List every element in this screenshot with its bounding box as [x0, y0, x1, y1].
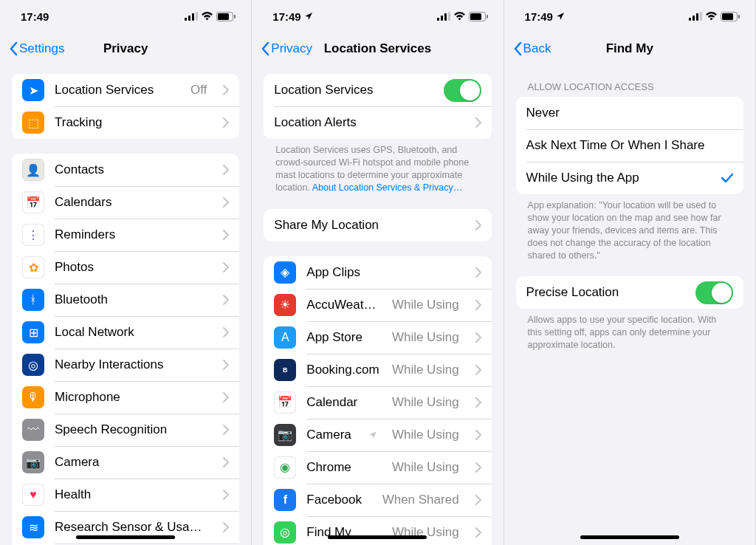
- option-row[interactable]: Never: [516, 97, 743, 129]
- row-value: While Using: [392, 330, 459, 345]
- back-button[interactable]: Settings: [6, 38, 67, 59]
- back-button[interactable]: Back: [510, 38, 554, 59]
- about-link[interactable]: About Location Services & Privacy…: [312, 182, 463, 193]
- chevron-right-icon: [223, 327, 229, 337]
- group-location-tracking: ➤ Location Services Off ⬚ Tracking: [12, 74, 239, 139]
- row-label: While Using the App: [526, 171, 711, 185]
- list-item[interactable]: ⬚ Tracking: [12, 106, 239, 139]
- chevron-right-icon: [475, 220, 481, 230]
- list-item[interactable]: ✿ Photos: [12, 251, 239, 284]
- row-label: Contacts: [55, 162, 207, 177]
- reminders-icon: ⋮: [22, 224, 44, 246]
- row-label: Location Services: [55, 83, 180, 97]
- svg-rect-3: [196, 12, 198, 21]
- scroll-content[interactable]: Location Services Location Alerts Locati…: [252, 65, 503, 545]
- toggle-location-services[interactable]: [444, 79, 481, 102]
- back-label: Privacy: [271, 41, 312, 56]
- list-item[interactable]: 👤 Contacts: [12, 154, 239, 186]
- chevron-right-icon: [223, 522, 229, 532]
- list-item[interactable]: ◈ App Clips: [264, 256, 491, 289]
- screen-privacy: 17:49 Settings Privacy ➤ Location Servic…: [0, 0, 252, 545]
- chevron-right-icon: [475, 527, 481, 538]
- section-header-allow: Allow Location Access: [516, 65, 743, 97]
- chevron-right-icon: [223, 295, 229, 305]
- list-item[interactable]: 🎙 Microphone: [12, 381, 239, 414]
- row-share-my-location[interactable]: Share My Location: [264, 209, 491, 241]
- home-indicator[interactable]: [580, 535, 679, 539]
- chevron-right-icon: [223, 117, 229, 128]
- list-item[interactable]: A App Store While Using: [264, 321, 491, 354]
- option-row[interactable]: While Using the App: [516, 162, 743, 194]
- list-item[interactable]: ➤ Location Services Off: [12, 74, 239, 106]
- status-time: 17:49: [525, 10, 553, 23]
- row-value: When Shared: [382, 493, 459, 507]
- chevron-right-icon: [475, 365, 481, 375]
- list-item[interactable]: ♥ Health: [12, 479, 239, 511]
- chevron-right-icon: [223, 425, 229, 435]
- option-row[interactable]: Ask Next Time Or When I Share: [516, 129, 743, 162]
- back-label: Settings: [19, 41, 64, 56]
- row-label: Booking.com: [306, 363, 382, 377]
- chevron-right-icon: [223, 262, 229, 272]
- list-item[interactable]: 📷 Camera While Using: [264, 419, 491, 451]
- list-item[interactable]: 〰 Speech Recognition: [12, 414, 239, 446]
- status-indicators: [689, 12, 740, 21]
- row-label: Camera: [55, 455, 207, 470]
- row-label: Share My Location: [274, 218, 458, 233]
- findmy-icon: ◎: [274, 521, 296, 544]
- row-value: Off: [190, 83, 207, 97]
- row-label: Facebook: [306, 493, 371, 507]
- chevron-right-icon: [223, 165, 229, 175]
- row-value: While Using: [392, 298, 459, 312]
- list-item[interactable]: ◎ Find My While Using: [264, 516, 491, 546]
- wifi-icon: [705, 12, 718, 21]
- chevron-right-icon: [475, 117, 481, 128]
- row-label: Research Sensor & Usage Data: [55, 520, 207, 535]
- facebook-icon: f: [274, 489, 296, 511]
- row-label: Bluetooth: [55, 292, 207, 307]
- list-item[interactable]: ⊞ Local Network: [12, 316, 239, 349]
- nav-bar: Privacy Location Services: [252, 32, 503, 65]
- list-item[interactable]: 📅 Calendars: [12, 186, 239, 219]
- chevron-right-icon: [223, 360, 229, 370]
- list-item[interactable]: B Booking.com While Using: [264, 354, 491, 386]
- nav-bar: Settings Privacy: [0, 32, 251, 65]
- toggle-precise-location[interactable]: [695, 281, 733, 304]
- appstore-icon: A: [274, 326, 296, 349]
- back-button[interactable]: Privacy: [258, 38, 315, 59]
- location-indicator-icon: [556, 12, 565, 21]
- nearby-icon: ◎: [22, 354, 44, 376]
- list-item[interactable]: ◉ Chrome While Using: [264, 451, 491, 484]
- svg-rect-1: [188, 16, 190, 21]
- row-precise-location[interactable]: Precise Location: [516, 276, 743, 309]
- list-item[interactable]: ᚼ Bluetooth: [12, 284, 239, 316]
- svg-rect-13: [487, 15, 488, 18]
- health-icon: ♥: [22, 484, 44, 506]
- row-value: While Using: [392, 395, 459, 410]
- scroll-content[interactable]: ➤ Location Services Off ⬚ Tracking 👤 Con…: [0, 65, 251, 545]
- chevron-left-icon: [513, 41, 522, 56]
- svg-rect-0: [185, 18, 187, 21]
- row-label: Ask Next Time Or When I Share: [526, 138, 733, 153]
- svg-rect-17: [700, 12, 702, 21]
- row-label: Calendars: [55, 195, 207, 210]
- row-label: Never: [526, 106, 733, 120]
- chrome-icon: ◉: [274, 456, 296, 479]
- status-bar: 17:49: [504, 0, 755, 32]
- row-label: Camera: [306, 428, 358, 442]
- home-indicator[interactable]: [328, 535, 427, 539]
- list-item[interactable]: ⋮ Reminders: [12, 219, 239, 251]
- list-item[interactable]: 📅 Calendar While Using: [264, 386, 491, 419]
- list-item[interactable]: 📷 Camera: [12, 446, 239, 479]
- row-location-services-toggle[interactable]: Location Services: [264, 74, 491, 106]
- list-item[interactable]: f Facebook When Shared: [264, 484, 491, 516]
- screen-find-my: 17:49 Back Find My Allow Location Access…: [504, 0, 756, 545]
- list-item[interactable]: ◎ Nearby Interactions: [12, 349, 239, 381]
- svg-rect-10: [448, 12, 450, 21]
- home-indicator[interactable]: [76, 535, 175, 539]
- list-item[interactable]: ☀ AccuWeather While Using: [264, 289, 491, 321]
- scroll-content[interactable]: Allow Location Access Never Ask Next Tim…: [504, 65, 755, 545]
- row-location-alerts[interactable]: Location Alerts: [264, 106, 491, 139]
- status-time: 17:49: [21, 10, 49, 23]
- tracking-icon: ⬚: [22, 112, 44, 134]
